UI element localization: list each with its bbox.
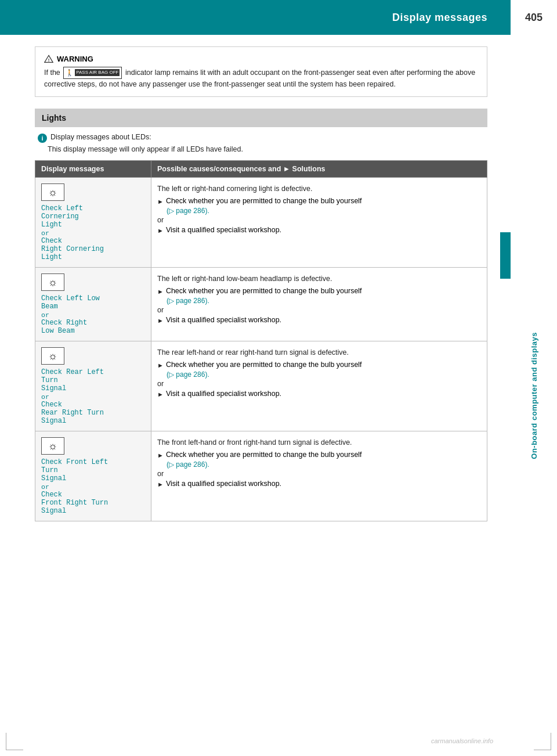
bullet-ref-1a: (▷ page 286). xyxy=(157,207,481,215)
arrow-icon-1a: ► xyxy=(157,198,164,205)
display-msg-or-2: or xyxy=(41,311,49,319)
bullet-text-3a: Check whether you are permitted to chang… xyxy=(166,361,362,369)
cause-bullet-4a: ► Check whether you are permitted to cha… xyxy=(157,451,481,459)
table-header-row: Display messages Possible causes/consequ… xyxy=(35,161,487,178)
table-row: ☼ Check LeftCorneringLight or CheckRight… xyxy=(35,178,487,268)
arrow-icon-4a: ► xyxy=(157,452,164,459)
or-text-1: or xyxy=(157,216,481,224)
cause-bullet-2b: ► Visit a qualified specialist workshop. xyxy=(157,316,481,324)
sidebar-label: On-board computer and displays xyxy=(511,35,557,756)
page-number-box: 405 xyxy=(511,0,557,35)
sidebar-label-text: On-board computer and displays xyxy=(530,332,538,459)
col1-header: Display messages xyxy=(35,161,151,178)
table-row: ☼ Check Rear LeftTurnSignal or CheckRear… xyxy=(35,341,487,431)
or-text-4: or xyxy=(157,470,481,478)
sun-icon-2: ☼ xyxy=(48,276,58,289)
bullet-ref-4a: (▷ page 286). xyxy=(157,460,481,469)
table-row: ☼ Check Left LowBeam or Check RightLow B… xyxy=(35,268,487,341)
col2-header-text: Possible causes/consequences and ► Solut… xyxy=(157,165,325,173)
airbag-person-icon: 🚶 xyxy=(66,68,74,78)
bullet-text-4a: Check whether you are permitted to chang… xyxy=(166,451,362,459)
bullet-text-2a: Check whether you are permitted to chang… xyxy=(166,287,362,295)
display-msg-lowbeam-left: Check Left LowBeam xyxy=(41,294,145,311)
cause-cell-4: The front left-hand or front right-hand … xyxy=(151,431,487,521)
table-row: ☼ Check Front LeftTurnSignal or CheckFro… xyxy=(35,431,487,521)
sun-icon-4: ☼ xyxy=(48,440,58,452)
bullet-ref-3a: (▷ page 286). xyxy=(157,370,481,379)
watermark-text: carmanualsonline.info xyxy=(431,737,493,744)
arrow-icon-3b: ► xyxy=(157,391,164,398)
bullet-text-1b: Visit a qualified specialist workshop. xyxy=(166,226,281,234)
page-number: 405 xyxy=(525,12,542,24)
sun-icon-3: ☼ xyxy=(48,350,58,362)
display-msg-front-right: CheckFront Right TurnSignal xyxy=(41,491,145,515)
warning-text-before: If the xyxy=(44,69,62,77)
airbag-indicator-icon: 🚶 PASS AIR BAG OFF xyxy=(63,67,122,79)
display-msg-cornering: Check LeftCorneringLight xyxy=(41,204,145,229)
cause-bullet-2a: ► Check whether you are permitted to cha… xyxy=(157,287,481,295)
cause-bullet-3a: ► Check whether you are permitted to cha… xyxy=(157,361,481,369)
display-msg-or-4: or xyxy=(41,483,49,491)
header-bar: Display messages 405 xyxy=(0,0,557,35)
display-cell-2: ☼ Check Left LowBeam or Check RightLow B… xyxy=(35,268,151,341)
light-icon-front-turn: ☼ xyxy=(41,437,64,455)
display-cell-1: ☼ Check LeftCorneringLight or CheckRight… xyxy=(35,178,151,268)
cause-intro-4: The front left-hand or front right-hand … xyxy=(157,437,481,448)
page-ref-1a: (▷ page 286). xyxy=(167,207,209,215)
info-icon: i xyxy=(38,134,47,143)
display-msg-front-left: Check Front LeftTurnSignal xyxy=(41,458,145,483)
cause-bullet-4b: ► Visit a qualified specialist workshop. xyxy=(157,480,481,488)
cause-intro-2: The left or right-hand low-beam headlamp… xyxy=(157,273,481,285)
warning-text: If the 🚶 PASS AIR BAG OFF indicator lamp… xyxy=(44,67,478,89)
bullet-text-2b: Visit a qualified specialist workshop. xyxy=(166,316,281,324)
cause-bullet-1b: ► Visit a qualified specialist workshop. xyxy=(157,226,481,234)
display-msg-rear-left: Check Rear LeftTurnSignal xyxy=(41,368,145,393)
light-icon-cornering: ☼ xyxy=(41,183,64,201)
cause-cell-3: The rear left-hand or rear right-hand tu… xyxy=(151,341,487,431)
lights-header-text: Lights xyxy=(42,113,66,123)
arrow-icon-2b: ► xyxy=(157,317,164,324)
page-ref-2a: (▷ page 286). xyxy=(167,297,209,305)
display-msg-cornering-right: CheckRight CorneringLight xyxy=(41,237,145,261)
bullet-text-3b: Visit a qualified specialist workshop. xyxy=(166,390,281,398)
display-msg-or-3: or xyxy=(41,393,49,401)
display-cell-4: ☼ Check Front LeftTurnSignal or CheckFro… xyxy=(35,431,151,521)
info-sub-text: This display message will only appear if… xyxy=(35,145,487,153)
col2-header: Possible causes/consequences and ► Solut… xyxy=(151,161,487,178)
page-ref-3a: (▷ page 286). xyxy=(167,370,209,379)
cause-cell-1: The left or right-hand cornering light i… xyxy=(151,178,487,268)
bullet-text-4b: Visit a qualified specialist workshop. xyxy=(166,480,281,488)
arrow-icon-2a: ► xyxy=(157,288,164,295)
airbag-badge-text: PASS AIR BAG OFF xyxy=(75,69,120,76)
main-content: ! WARNING If the 🚶 PASS AIR BAG OFF indi… xyxy=(17,35,499,533)
cause-bullet-3b: ► Visit a qualified specialist workshop. xyxy=(157,390,481,398)
sidebar-accent-block xyxy=(500,232,511,279)
cause-bullet-1a: ► Check whether you are permitted to cha… xyxy=(157,197,481,205)
footer-watermark: carmanualsonline.info xyxy=(431,737,493,744)
display-cell-3: ☼ Check Rear LeftTurnSignal or CheckRear… xyxy=(35,341,151,431)
or-text-3: or xyxy=(157,380,481,388)
info-line-text: Display messages about LEDs: xyxy=(50,133,151,141)
page-ref-4a: (▷ page 286). xyxy=(167,460,209,469)
cause-intro-1: The left or right-hand cornering light i… xyxy=(157,183,481,195)
warning-triangle-icon: ! xyxy=(44,54,53,63)
display-messages-table: Display messages Possible causes/consequ… xyxy=(35,160,487,521)
svg-text:!: ! xyxy=(48,57,50,63)
cause-intro-3: The rear left-hand or rear right-hand tu… xyxy=(157,347,481,358)
bullet-text-1a: Check whether you are permitted to chang… xyxy=(166,197,362,205)
arrow-icon-3a: ► xyxy=(157,362,164,369)
display-msg-rear-right: CheckRear Right TurnSignal xyxy=(41,401,145,425)
or-text-2: or xyxy=(157,306,481,314)
header-title: Display messages xyxy=(392,12,487,24)
warning-label: WARNING xyxy=(57,55,93,63)
cause-cell-2: The left or right-hand low-beam headlamp… xyxy=(151,268,487,341)
light-icon-rear-turn: ☼ xyxy=(41,347,64,365)
corner-decoration-bl xyxy=(6,733,23,750)
sun-icon: ☼ xyxy=(48,186,58,199)
info-line: i Display messages about LEDs: xyxy=(35,133,487,143)
arrow-icon-4b: ► xyxy=(157,481,164,488)
warning-box: ! WARNING If the 🚶 PASS AIR BAG OFF indi… xyxy=(35,46,487,97)
bullet-ref-2a: (▷ page 286). xyxy=(157,297,481,305)
display-msg-or-1: or xyxy=(41,229,49,237)
light-icon-lowbeam: ☼ xyxy=(41,273,64,291)
